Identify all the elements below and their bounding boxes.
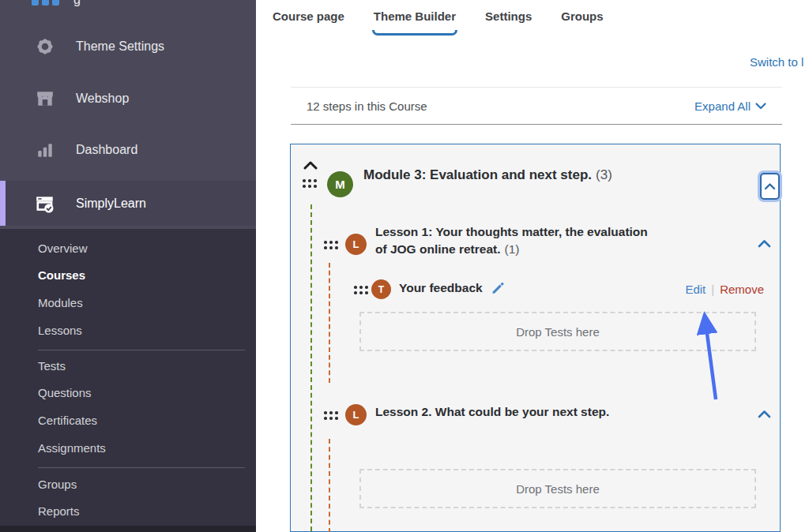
edit-pencil-icon[interactable]: [491, 281, 505, 295]
sidebar: g Theme Settings Webshop Dashboard: [0, 0, 256, 532]
sidebar-item-dashboard[interactable]: Dashboard: [0, 132, 256, 168]
app-window-check-icon: [33, 193, 57, 214]
action-separator: |: [711, 283, 714, 296]
grid-icon-fragment: [32, 0, 59, 6]
submenu-divider: [38, 467, 245, 468]
tab-course-page[interactable]: Course page: [273, 9, 344, 26]
submenu-item-modules[interactable]: Modules: [38, 296, 83, 315]
submenu-item-tests[interactable]: Tests: [38, 359, 66, 378]
tab-label: Theme Builder: [374, 9, 456, 23]
lesson1-thread-line: [329, 263, 330, 383]
module-caret-icon[interactable]: [303, 159, 318, 173]
active-accent-bar: [0, 181, 6, 226]
edit-link[interactable]: Edit: [685, 283, 706, 296]
module-badge: M: [327, 171, 353, 197]
dropzone-label: Drop Tests here: [516, 325, 600, 339]
drop-tests-zone-1[interactable]: Drop Tests here: [359, 312, 756, 351]
steps-summary-row: 12 steps in this Course Expand All: [291, 87, 782, 125]
module-step-count: (3): [596, 167, 612, 182]
test-badge: T: [371, 279, 391, 299]
submenu-item-assignments[interactable]: Assignments: [38, 441, 106, 460]
bar-chart-icon: [33, 140, 57, 159]
tab-bar: Course page Theme Builder Settings Group…: [273, 9, 604, 26]
submenu-item-questions[interactable]: Questions: [38, 386, 92, 405]
active-tab-underline: [372, 30, 457, 36]
tab-groups[interactable]: Groups: [561, 9, 603, 26]
module-collapse-button[interactable]: [760, 173, 780, 200]
chevron-up-icon: [758, 410, 771, 418]
submenu-item-lessons[interactable]: Lessons: [38, 324, 82, 343]
lesson1-step-count: (1): [504, 242, 519, 256]
lesson1-collapse-chevron[interactable]: [758, 237, 771, 251]
app-window: g Theme Settings Webshop Dashboard: [0, 0, 809, 532]
lesson2-thread-line: [329, 439, 330, 532]
submenu-item-certificates[interactable]: Certificates: [38, 414, 97, 433]
sidebar-item-simplylearn[interactable]: SimplyLearn: [0, 181, 256, 226]
submenu-divider: [38, 350, 245, 350]
lesson2-collapse-chevron[interactable]: [758, 407, 771, 421]
chevron-up-icon: [758, 239, 771, 248]
module-title-text: Module 3: Evaluation and next step.: [363, 167, 592, 182]
chevron-down-icon: [755, 103, 766, 110]
test-row: Your feedback: [399, 281, 505, 295]
submenu-item-groups[interactable]: Groups: [38, 478, 77, 496]
gear-icon: [33, 37, 57, 56]
steps-count-label: 12 steps in this Course: [307, 99, 427, 113]
store-icon: [33, 89, 57, 108]
sidebar-item-label: Webshop: [76, 92, 129, 106]
test-drag-handle[interactable]: [354, 286, 368, 294]
module-thread-line: [310, 204, 312, 531]
dropzone-label: Drop Tests here: [516, 482, 600, 496]
module-title: Module 3: Evaluation and next step.(3): [363, 167, 612, 183]
sidebar-item-webshop[interactable]: Webshop: [0, 81, 256, 117]
test-actions: Edit | Remove: [685, 283, 764, 296]
submenu-item-reports[interactable]: Reports: [38, 504, 80, 523]
submenu-item-overview[interactable]: Overview: [38, 242, 88, 260]
sidebar-bottom-strip: [0, 526, 256, 532]
tab-theme-builder[interactable]: Theme Builder: [374, 9, 456, 26]
drop-tests-zone-2[interactable]: Drop Tests here: [359, 469, 756, 508]
sidebar-item-label: SimplyLearn: [76, 197, 146, 211]
lesson2-drag-handle[interactable]: [324, 411, 338, 420]
chevron-up-icon: [764, 182, 776, 190]
sidebar-submenu: Overview Courses Modules Lessons Tests Q…: [0, 229, 256, 526]
sidebar-item-label: Dashboard: [76, 143, 137, 157]
sidebar-partial-label: g: [73, 0, 81, 7]
sidebar-item-partial[interactable]: [32, 0, 59, 6]
lesson2-title: Lesson 2. What could be your next step.: [375, 405, 707, 419]
lesson1-drag-handle[interactable]: [324, 241, 338, 249]
remove-link[interactable]: Remove: [720, 283, 764, 296]
tab-settings[interactable]: Settings: [485, 9, 532, 26]
submenu-item-courses[interactable]: Courses: [38, 268, 85, 287]
expand-all-label: Expand All: [694, 99, 751, 113]
switch-view-link[interactable]: Switch to l: [750, 55, 803, 69]
module-drag-handle[interactable]: [303, 179, 317, 188]
expand-all-link[interactable]: Expand All: [694, 99, 766, 113]
test-title: Your feedback: [399, 281, 483, 295]
module-card: M Module 3: Evaluation and next step.(3)…: [290, 144, 781, 532]
lesson2-badge: L: [345, 404, 367, 425]
sidebar-item-theme-settings[interactable]: Theme Settings: [0, 28, 256, 65]
sidebar-item-label: Theme Settings: [76, 39, 164, 54]
lesson1-title: Lesson 1: Your thoughts matter, the eval…: [375, 223, 648, 258]
lesson1-badge: L: [345, 234, 367, 255]
